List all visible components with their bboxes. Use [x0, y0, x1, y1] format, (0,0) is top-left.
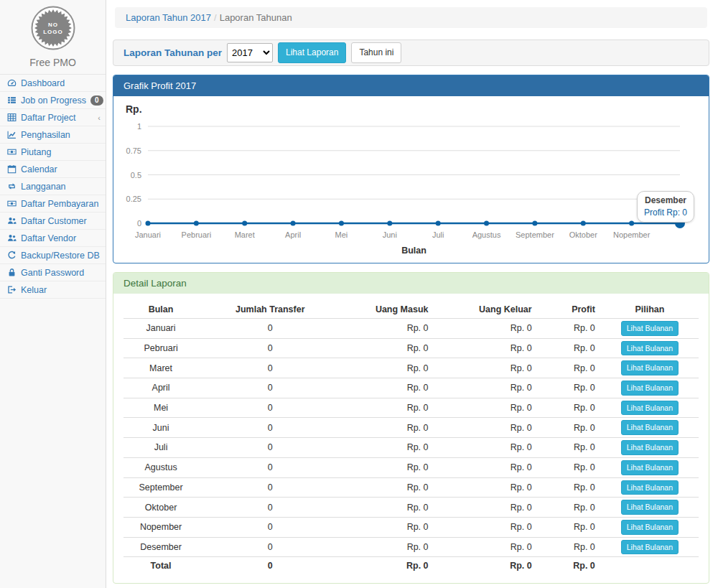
svg-text:1: 1 — [137, 122, 141, 131]
view-monthly-button[interactable]: Lihat Bulanan — [621, 520, 679, 535]
cell-uang-masuk: Rp. 0 — [342, 338, 434, 358]
cell-uang-masuk: Rp. 0 — [342, 517, 434, 537]
cell-uang-masuk: Rp. 0 — [342, 537, 434, 557]
table-total-row: Total0Rp. 0Rp. 0Rp. 0 — [123, 557, 699, 574]
table-row: Juli0Rp. 0Rp. 0Rp. 0Lihat Bulanan — [123, 438, 699, 458]
filter-label: Laporan Tahunan per — [123, 47, 222, 58]
breadcrumb-link-laporan-tahun[interactable]: Laporan Tahun 2017 — [126, 12, 211, 23]
view-monthly-button[interactable]: Lihat Bulanan — [621, 381, 679, 396]
cell-bulan: Agustus — [123, 457, 198, 477]
view-monthly-button[interactable]: Lihat Bulanan — [621, 540, 679, 555]
sidebar-item-label: Calendar — [21, 164, 57, 174]
sidebar-item-label: Dashboard — [21, 78, 65, 88]
svg-text:Pebruari: Pebruari — [182, 230, 212, 239]
cell-pilihan: Lihat Bulanan — [601, 517, 699, 537]
line-chart-icon — [6, 130, 17, 139]
sidebar-item-keluar[interactable]: Keluar — [0, 281, 106, 299]
sidebar-item-label: Daftar Project — [21, 113, 75, 123]
view-monthly-button[interactable]: Lihat Bulanan — [621, 401, 679, 416]
sidebar-item-penghasilan[interactable]: Penghasilan — [0, 126, 106, 144]
cell-jumlah-transfer: 0 — [198, 498, 342, 518]
brand-name: Free PMO — [0, 54, 106, 74]
cell-jumlah-transfer: 0 — [198, 517, 342, 537]
cell-profit: Rp. 0 — [538, 457, 601, 477]
sidebar-item-job-on-progress[interactable]: Job on Progress0 — [0, 92, 106, 109]
retweet-icon — [6, 182, 17, 191]
cell-profit: Rp. 0 — [538, 319, 601, 339]
sidebar-item-daftar-pembayaran[interactable]: Daftar Pembayaran — [0, 195, 106, 213]
this-year-button[interactable]: Tahun ini — [351, 42, 401, 63]
sidebar-item-label: Keluar — [21, 285, 47, 295]
view-monthly-button[interactable]: Lihat Bulanan — [621, 360, 679, 375]
money-icon — [6, 147, 17, 157]
cell-uang-keluar: Rp. 0 — [434, 477, 538, 498]
sidebar-item-langganan[interactable]: Langganan — [0, 178, 106, 195]
svg-text:Juni: Juni — [383, 230, 397, 239]
sidebar-item-dashboard[interactable]: Dashboard — [0, 75, 106, 92]
users-icon — [6, 233, 17, 243]
cell-bulan: Desember — [123, 537, 198, 557]
cell-bulan: Maret — [123, 358, 198, 378]
cell-bulan: Juni — [123, 418, 198, 438]
view-monthly-button[interactable]: Lihat Bulanan — [621, 321, 679, 336]
cell-pilihan: Lihat Bulanan — [601, 358, 699, 378]
header-profit: Profit — [538, 301, 601, 319]
cell-bulan: Pebruari — [123, 338, 198, 358]
breadcrumb-active: Laporan Tahunan — [220, 12, 292, 23]
view-monthly-button[interactable]: Lihat Bulanan — [621, 420, 679, 435]
chevron-left-icon: ‹ — [98, 113, 101, 122]
total-profit: Rp. 0 — [538, 557, 601, 574]
detail-panel-title: Detail Laporan — [113, 273, 709, 294]
breadcrumb: Laporan Tahun 2017/Laporan Tahunan — [115, 7, 707, 28]
cell-bulan: Januari — [123, 319, 198, 339]
sidebar-item-piutang[interactable]: Piutang — [0, 144, 106, 161]
sidebar-item-ganti-password[interactable]: Ganti Password — [0, 264, 106, 281]
table-row: Juni0Rp. 0Rp. 0Rp. 0Lihat Bulanan — [123, 418, 699, 438]
sidebar-item-daftar-vendor[interactable]: Daftar Vendor — [0, 230, 106, 247]
cell-jumlah-transfer: 0 — [198, 477, 342, 498]
cell-jumlah-transfer: 0 — [198, 398, 342, 418]
detail-report-panel: Detail Laporan Bulan Jumlah Transfer Uan… — [113, 272, 709, 584]
sidebar-item-daftar-customer[interactable]: Daftar Customer — [0, 213, 106, 230]
cell-pilihan: Lihat Bulanan — [601, 537, 699, 557]
breadcrumb-separator: / — [211, 12, 220, 23]
y-axis-title: Rp. — [126, 103, 699, 115]
cell-jumlah-transfer: 0 — [198, 358, 342, 378]
sidebar-item-label: Daftar Vendor — [21, 233, 76, 243]
header-transfer: Jumlah Transfer — [198, 301, 342, 319]
sidebar-item-calendar[interactable]: Calendar — [0, 161, 106, 178]
view-monthly-button[interactable]: Lihat Bulanan — [621, 500, 679, 515]
sidebar-item-daftar-project[interactable]: Daftar Project‹ — [0, 109, 106, 126]
detail-panel-body: Bulan Jumlah Transfer Uang Masuk Uang Ke… — [113, 294, 709, 583]
table-row: Agustus0Rp. 0Rp. 0Rp. 0Lihat Bulanan — [123, 457, 699, 477]
view-report-button[interactable]: Lihat Laporan — [278, 42, 346, 63]
cell-uang-masuk: Rp. 0 — [342, 477, 434, 498]
refresh-icon — [6, 251, 17, 260]
cell-uang-keluar: Rp. 0 — [434, 537, 538, 557]
cell-bulan: April — [123, 378, 198, 398]
view-monthly-button[interactable]: Lihat Bulanan — [621, 460, 679, 475]
svg-text:Oktober: Oktober — [569, 230, 597, 239]
cell-profit: Rp. 0 — [538, 537, 601, 557]
cell-uang-keluar: Rp. 0 — [434, 378, 538, 398]
svg-text:April: April — [285, 230, 301, 239]
cell-jumlah-transfer: 0 — [198, 378, 342, 398]
cell-pilihan: Lihat Bulanan — [601, 338, 699, 358]
cell-pilihan: Lihat Bulanan — [601, 398, 699, 418]
cell-jumlah-transfer: 0 — [198, 319, 342, 339]
svg-text:0: 0 — [137, 219, 141, 228]
money-icon — [6, 199, 17, 208]
sidebar-item-label: Backup/Restore DB — [21, 251, 100, 261]
cell-pilihan: Lihat Bulanan — [601, 457, 699, 477]
year-select[interactable]: 2017 — [227, 43, 273, 62]
logo-icon: NOLOGO — [31, 6, 75, 50]
svg-text:NO: NO — [48, 22, 58, 28]
cell-uang-keluar: Rp. 0 — [434, 457, 538, 477]
view-monthly-button[interactable]: Lihat Bulanan — [621, 440, 679, 455]
cell-jumlah-transfer: 0 — [198, 537, 342, 557]
view-monthly-button[interactable]: Lihat Bulanan — [621, 341, 679, 356]
tooltip-value: Profit Rp: 0 — [644, 207, 687, 218]
view-monthly-button[interactable]: Lihat Bulanan — [621, 480, 679, 495]
sidebar-item-backup-restore-db[interactable]: Backup/Restore DB — [0, 247, 106, 264]
cell-profit: Rp. 0 — [538, 517, 601, 537]
